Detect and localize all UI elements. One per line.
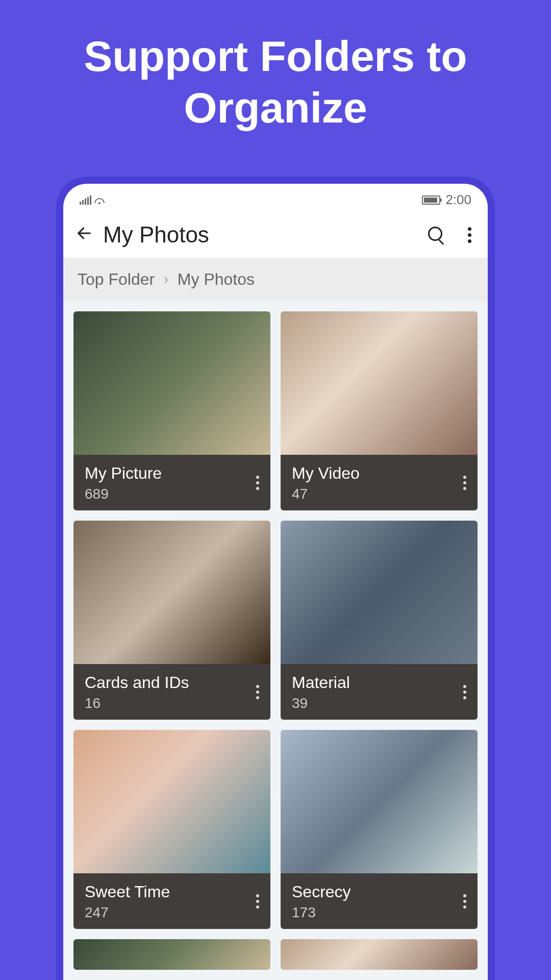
- breadcrumb-parent[interactable]: Top Folder: [78, 270, 155, 289]
- folder-name: Secrecy: [292, 883, 466, 901]
- breadcrumb: Top Folder › My Photos: [63, 258, 488, 301]
- folder-name: Sweet Time: [85, 883, 259, 901]
- folder-card[interactable]: My Picture 689: [73, 311, 270, 510]
- folder-menu-button[interactable]: [253, 473, 262, 493]
- promo-headline: Support Folders to Organize: [0, 0, 551, 159]
- folder-menu-button[interactable]: [253, 891, 262, 912]
- folder-name: My Video: [292, 464, 466, 483]
- page-title: My Photos: [103, 222, 417, 248]
- folder-card[interactable]: Material 39: [281, 521, 478, 720]
- folder-menu-button[interactable]: [253, 682, 262, 702]
- folder-card[interactable]: [73, 939, 270, 970]
- signal-icon: [80, 195, 91, 205]
- app-bar: My Photos: [63, 212, 488, 258]
- folder-menu-button[interactable]: [460, 473, 469, 493]
- folder-name: My Picture: [85, 464, 259, 483]
- folder-thumbnail: [281, 939, 478, 970]
- folder-count: 173: [292, 904, 466, 921]
- chevron-right-icon: ›: [164, 272, 168, 287]
- wifi-icon: [94, 196, 105, 204]
- folder-card[interactable]: My Video 47: [281, 311, 478, 510]
- search-button[interactable]: [427, 226, 445, 244]
- folder-thumbnail: [73, 311, 270, 455]
- folder-name: Cards and IDs: [85, 673, 259, 692]
- folder-name: Material: [292, 673, 466, 692]
- folder-count: 689: [85, 486, 259, 502]
- folder-card[interactable]: Secrecy 173: [281, 730, 478, 929]
- more-menu-button[interactable]: [464, 225, 475, 245]
- folder-count: 47: [292, 486, 466, 502]
- folder-menu-button[interactable]: [460, 891, 469, 912]
- battery-icon: [422, 195, 440, 205]
- folder-count: 16: [85, 695, 259, 712]
- phone-frame: 2:00 My Photos Top Folder › My Photos My…: [56, 177, 495, 980]
- back-button[interactable]: [76, 225, 93, 245]
- folder-card[interactable]: [281, 939, 478, 970]
- folder-count: 39: [292, 695, 466, 712]
- breadcrumb-current: My Photos: [178, 270, 255, 289]
- folder-thumbnail: [73, 521, 270, 664]
- arrow-left-icon: [76, 225, 93, 242]
- status-bar: 2:00: [63, 184, 488, 212]
- folder-count: 247: [85, 904, 259, 921]
- folder-thumbnail: [281, 730, 478, 873]
- folder-card[interactable]: Cards and IDs 16: [73, 521, 270, 720]
- status-time: 2:00: [445, 192, 471, 208]
- folder-menu-button[interactable]: [460, 682, 469, 702]
- folder-grid: My Picture 689 My Video 47 Cards and IDs…: [63, 301, 488, 980]
- folder-thumbnail: [281, 521, 478, 664]
- folder-thumbnail: [281, 311, 478, 455]
- folder-thumbnail: [73, 730, 270, 873]
- folder-thumbnail: [73, 939, 270, 970]
- folder-card[interactable]: Sweet Time 247: [73, 730, 270, 929]
